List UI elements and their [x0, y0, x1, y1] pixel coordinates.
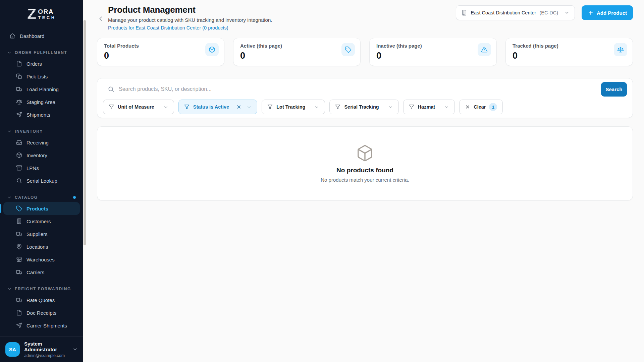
- search-filter-panel: Search Unit of Measure Status is Active …: [97, 78, 633, 118]
- remove-filter-icon[interactable]: [236, 104, 241, 110]
- send-icon: [16, 112, 22, 118]
- filter-chip-hazmat[interactable]: Hazmat: [403, 100, 455, 114]
- sidebar-item-carriers[interactable]: Carriers: [3, 266, 80, 279]
- sidebar-item-carrier-shipments[interactable]: Carrier Shipments: [3, 319, 80, 332]
- sidebar-item-label: Carrier Shipments: [26, 323, 67, 328]
- user-menu[interactable]: SA System Administrator admin@example.co…: [0, 336, 83, 362]
- sidebar-section-inventory[interactable]: INVENTORY: [0, 127, 83, 136]
- stat-value: 0: [376, 51, 490, 61]
- stat-value: 0: [513, 51, 626, 61]
- user-name: System Administrator: [24, 341, 68, 352]
- map-pin-icon: [16, 244, 22, 250]
- empty-state-title: No products found: [336, 167, 393, 174]
- catalog-notification-dot: [73, 196, 76, 199]
- stat-value: 0: [240, 51, 354, 61]
- copy-icon: [16, 73, 22, 79]
- sidebar-item-lpns[interactable]: LPNs: [3, 162, 80, 174]
- sidebar-item-shipments[interactable]: Shipments: [3, 108, 80, 121]
- scrollbar-thumb[interactable]: [84, 20, 86, 245]
- sidebar-item-customers[interactable]: Customers: [3, 215, 80, 228]
- sidebar-item-label: Receiving: [26, 140, 49, 145]
- filter-icon: [109, 104, 114, 110]
- package-icon: [16, 152, 22, 158]
- search-input[interactable]: [119, 86, 597, 92]
- sidebar-item-label: Doc Receipts: [26, 310, 56, 316]
- section-title: ORDER FULFILLMENT: [15, 50, 67, 55]
- filter-chip-unit-of-measure[interactable]: Unit of Measure: [103, 100, 174, 114]
- sidebar-item-receiving[interactable]: Receiving: [3, 136, 80, 149]
- sidebar-item-label: Orders: [26, 61, 42, 67]
- file-icon: [16, 61, 22, 67]
- sidebar-item-label: Locations: [26, 244, 48, 250]
- search-icon: [108, 86, 114, 93]
- sidebar-item-inventory[interactable]: Inventory: [3, 149, 80, 162]
- filter-chip-serial-tracking[interactable]: Serial Tracking: [329, 100, 398, 114]
- warehouse-products-link[interactable]: Products for East Coast Distribution Cen…: [108, 25, 228, 31]
- clear-filters-button[interactable]: Clear 1: [459, 100, 503, 114]
- archive-icon: [16, 165, 22, 171]
- filter-count-badge: 1: [489, 103, 497, 111]
- filter-chip-label: Unit of Measure: [118, 104, 154, 110]
- chevron-down-icon: [388, 105, 393, 110]
- truck-icon: [16, 269, 22, 275]
- back-button[interactable]: [97, 7, 104, 31]
- empty-state-message: No products match your current criteria.: [321, 177, 409, 183]
- filter-chip-label: Lot Tracking: [276, 104, 305, 110]
- sidebar-item-label: Warehouses: [26, 257, 55, 262]
- sidebar-item-dashboard[interactable]: Dashboard: [3, 29, 80, 42]
- search-icon: [16, 178, 22, 184]
- sidebar-section-order-fulfillment[interactable]: ORDER FULFILLMENT: [0, 48, 83, 57]
- chevron-down-icon: [72, 347, 78, 352]
- avatar: SA: [5, 342, 20, 357]
- chevron-down-icon: [7, 50, 12, 55]
- sidebar-section-catalog[interactable]: CATALOG: [0, 193, 83, 202]
- filter-chip-label: Hazmat: [418, 104, 435, 110]
- store-icon: [16, 256, 22, 262]
- sidebar-item-label: Suppliers: [26, 231, 48, 237]
- sidebar-item-warehouses[interactable]: Warehouses: [3, 253, 80, 266]
- sidebar-item-locations[interactable]: Locations: [3, 240, 80, 253]
- sidebar-item-staging-area[interactable]: Staging Area: [3, 96, 80, 108]
- filter-icon: [184, 104, 190, 110]
- sidebar-item-products[interactable]: Products: [3, 202, 80, 215]
- user-email: admin@example.com: [24, 353, 68, 358]
- filter-chip-status-active[interactable]: Status is Active: [178, 100, 257, 114]
- sidebar-item-doc-receipts[interactable]: Doc Receipts: [3, 306, 80, 319]
- tag-icon: [16, 205, 22, 212]
- sidebar-item-load-planning[interactable]: Load Planning: [3, 83, 80, 96]
- sidebar-item-label: Dashboard: [20, 33, 44, 39]
- sidebar-item-pick-lists[interactable]: Pick Lists: [3, 70, 80, 83]
- stat-label: Tracked (this page): [513, 43, 626, 49]
- warehouse-selector[interactable]: East Coast Distribution Center (EC-DC): [456, 5, 575, 20]
- filter-chip-label: Status is Active: [193, 104, 229, 110]
- add-product-label: Add Product: [597, 10, 627, 16]
- filter-icon: [409, 104, 414, 110]
- sidebar-item-label: Load Planning: [26, 86, 59, 92]
- brand-logo-top: ORA: [38, 8, 56, 15]
- sidebar-item-suppliers[interactable]: Suppliers: [3, 228, 80, 240]
- filter-icon: [267, 104, 273, 110]
- sidebar-item-label: Rate Quotes: [26, 297, 55, 303]
- warehouse-code: (EC-DC): [539, 10, 558, 15]
- package-icon: [356, 144, 374, 162]
- filter-icon: [335, 104, 340, 110]
- sidebar-item-orders[interactable]: Orders: [3, 57, 80, 70]
- sidebar-item-label: LPNs: [26, 165, 39, 171]
- sidebar-item-rate-quotes[interactable]: Rate Quotes: [3, 294, 80, 306]
- chevron-down-icon: [564, 10, 570, 15]
- section-title: INVENTORY: [15, 129, 43, 134]
- stat-card-inactive: Inactive (this page) 0: [369, 38, 497, 66]
- chevron-down-icon: [7, 129, 12, 134]
- stat-label: Active (this page): [240, 43, 354, 49]
- clear-label: Clear: [474, 104, 486, 110]
- sidebar-section-freight-forwarding[interactable]: FREIGHT FORWARDING: [0, 284, 83, 294]
- filter-chip-lot-tracking[interactable]: Lot Tracking: [262, 100, 325, 114]
- sidebar-item-serial-lookup[interactable]: Serial Lookup: [3, 174, 80, 187]
- section-title: FREIGHT FORWARDING: [15, 287, 71, 291]
- add-product-button[interactable]: Add Product: [582, 5, 633, 20]
- stats-row: Total Products 0 Active (this page) 0 In…: [97, 38, 633, 66]
- building-icon: [461, 10, 467, 16]
- plus-icon: [588, 10, 594, 16]
- search-button[interactable]: Search: [601, 82, 627, 97]
- stat-card-tracked: Tracked (this page) 0: [505, 38, 633, 66]
